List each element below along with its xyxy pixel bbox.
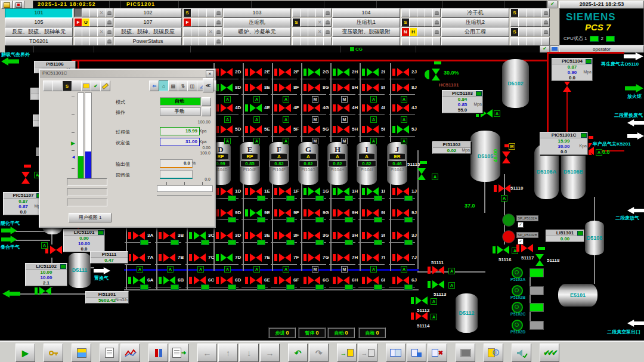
toolbar-window-delete-button[interactable]: ✖ — [428, 344, 447, 362]
nav-badge-empty[interactable] — [292, 27, 301, 36]
toolbar-nav-up-button[interactable]: ↑ — [218, 344, 238, 362]
matrix-valve-7J[interactable] — [397, 253, 409, 262]
nav-badge-empty[interactable] — [82, 8, 90, 17]
output-slider[interactable] — [157, 185, 213, 192]
tag-PIC51104[interactable]: PIC511040.870.900.0Mpa — [552, 58, 593, 81]
nav-badge-bell[interactable] — [105, 18, 113, 27]
nav-badge-empty[interactable] — [191, 18, 199, 27]
nav-badge-empty[interactable] — [89, 27, 98, 36]
matrix-valve-5H[interactable] — [338, 125, 349, 134]
tag-LIC51101[interactable]: LIC511010.0010.000.0 — [63, 229, 105, 252]
tag-PIC51301C[interactable]: PIC51301C15.9930.000.0Kpa — [540, 132, 588, 155]
matrix-valve-5F[interactable] — [279, 125, 291, 134]
matrix-valve-9D[interactable] — [221, 209, 233, 217]
matrix-valve-1D[interactable] — [221, 187, 233, 196]
matrix-valve-6B[interactable] — [163, 276, 175, 284]
nav-badge-bell[interactable] — [323, 8, 332, 17]
matrix-valve-7I[interactable] — [367, 253, 379, 262]
nav-badge-empty[interactable] — [308, 27, 316, 36]
nav-badge-bell[interactable] — [214, 37, 222, 46]
toolbar-back-button[interactable]: ↶ — [288, 344, 308, 362]
matrix-valve-3G[interactable] — [308, 231, 320, 240]
nav-badge-yel-U[interactable]: U — [82, 18, 90, 27]
tag-PI5111[interactable]: PI51110.47 — [90, 251, 128, 264]
nav-badge-red-F[interactable]: F — [74, 18, 82, 27]
nav-badge-empty[interactable] — [199, 8, 207, 17]
nav-button-压缩机[interactable]: 压缩机 — [223, 18, 291, 27]
matrix-valve-8F[interactable] — [279, 83, 291, 92]
matrix-valve-3F[interactable] — [279, 231, 291, 240]
nav-badge-empty[interactable] — [425, 37, 433, 46]
nav-badge-x[interactable]: ✕ — [97, 8, 106, 17]
toolbar-picture-change-button[interactable]: ➜ — [169, 344, 189, 362]
faceplate-tool-blank[interactable] — [52, 81, 63, 91]
matrix-valve-2G[interactable] — [308, 68, 320, 76]
nav-badge-s[interactable]: S — [401, 18, 410, 27]
nav-badge-red-N[interactable]: N — [401, 27, 410, 36]
toolbar-picture-in-button[interactable]: → — [337, 344, 357, 362]
selector-SP_P5102B[interactable] — [502, 230, 515, 243]
matrix-valve-4G[interactable] — [308, 104, 320, 112]
nav-badge-bell[interactable] — [541, 27, 550, 36]
selector-checkbox-SP_P5102A[interactable]: ✓ — [518, 222, 524, 228]
matrix-valve-3D[interactable] — [221, 231, 233, 240]
matrix-valve-2E[interactable] — [250, 68, 262, 76]
nav-badge-empty[interactable] — [97, 37, 106, 46]
nav-badge-empty[interactable] — [526, 37, 534, 46]
nav-button-脱硫、脱砷、脱碳反应[interactable]: 脱硫、脱砷、脱碳反应 — [114, 27, 182, 37]
nav-badge-empty[interactable] — [89, 8, 98, 17]
selector-checkbox-SP_P5102B[interactable]: ✓ — [518, 239, 524, 245]
matrix-valve-8J[interactable] — [397, 83, 409, 92]
faceplate-open-icon[interactable] — [98, 230, 104, 235]
toolbar-trend-button[interactable] — [120, 344, 140, 362]
faceplate-open-icon[interactable] — [581, 133, 587, 138]
nav-badge-empty[interactable] — [199, 18, 207, 27]
adsorber-H[interactable]: HA0.82PI104H — [327, 142, 348, 185]
nav-badge-empty[interactable] — [97, 18, 106, 27]
nav-badge-empty[interactable] — [323, 37, 332, 46]
nav-badge-empty[interactable] — [425, 18, 433, 27]
valve-PIC51104-valve[interactable] — [563, 80, 571, 92]
nav-badge-empty[interactable] — [401, 37, 410, 46]
matrix-valve-2J[interactable] — [397, 68, 409, 76]
nav-badge-empty[interactable] — [425, 8, 433, 17]
valve-51116[interactable] — [497, 246, 509, 254]
matrix-valve-7G[interactable] — [308, 253, 320, 262]
valve-51118[interactable] — [535, 254, 544, 266]
nav-badge-x[interactable]: ✕ — [206, 27, 215, 36]
nav-badge-empty[interactable] — [206, 18, 215, 27]
nav-button-104[interactable]: 104 — [332, 8, 400, 18]
valve-51117[interactable] — [521, 244, 533, 252]
toolbar-window-save-button[interactable] — [407, 344, 426, 362]
nav-badge-bell[interactable] — [214, 18, 222, 27]
nav-button-压缩机1[interactable]: 压缩机1 — [332, 18, 400, 27]
nav-badge-empty[interactable] — [82, 27, 90, 36]
vessel-E5101[interactable]: E5101 — [558, 284, 597, 307]
nav-badge-empty[interactable] — [541, 37, 550, 46]
matrix-valve-6G[interactable] — [308, 276, 320, 284]
nav-badge-bell[interactable] — [105, 37, 113, 46]
nav-badge-empty[interactable] — [300, 27, 308, 36]
faceplate-view-bars-icon[interactable]: ⇅ — [178, 81, 188, 91]
nav-badge-empty[interactable] — [417, 18, 425, 27]
nav-badge-empty[interactable] — [82, 37, 90, 46]
ack-mini-icon[interactable]: ✔ — [547, 1, 558, 8]
faceplate-open-icon[interactable] — [60, 264, 66, 269]
nav-badge-empty[interactable] — [74, 37, 82, 46]
toolbar-picture-out-button[interactable]: → — [358, 344, 377, 362]
nav-badge-empty[interactable] — [300, 18, 308, 27]
tag-FI51301[interactable]: FI513015603.42Nm3/h — [85, 291, 129, 304]
tag-PI51302[interactable]: PI513020.02Mpa — [432, 141, 471, 154]
matrix-valve-9H[interactable] — [338, 209, 349, 217]
toolbar-forward-button[interactable]: ↷ — [309, 344, 329, 362]
faceplate-tool-check[interactable]: ✔ — [91, 81, 101, 91]
matrix-valve-4D[interactable] — [221, 104, 233, 112]
adsorber-G[interactable]: GA0.82PI104G — [298, 142, 318, 185]
nav-badge-empty[interactable] — [191, 8, 199, 17]
nav-badge-bell[interactable] — [541, 18, 550, 27]
nav-badge-empty[interactable] — [183, 27, 191, 36]
matrix-valve-1F[interactable] — [279, 187, 291, 196]
matrix-valve-7B[interactable] — [163, 253, 175, 262]
nav-badge-empty[interactable] — [308, 18, 316, 27]
nav-button-103[interactable]: 103 — [223, 8, 291, 18]
